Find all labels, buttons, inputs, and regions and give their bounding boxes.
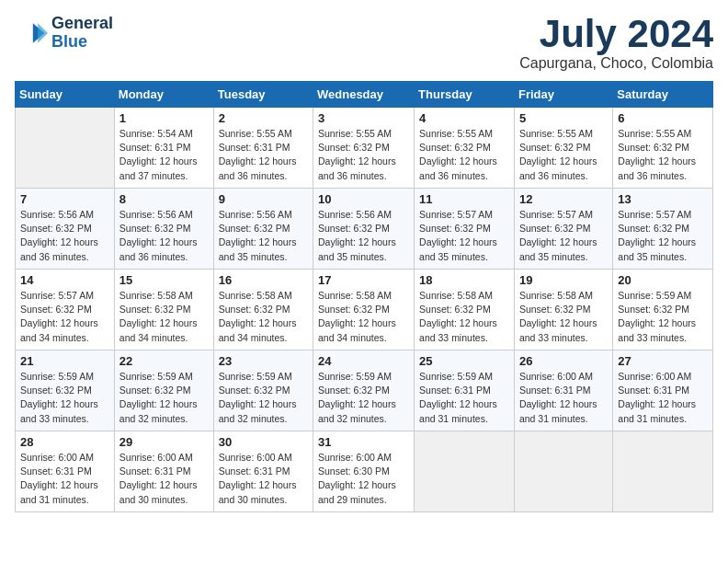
day-info: Sunrise: 5:55 AM Sunset: 6:32 PM Dayligh… (318, 127, 409, 183)
calendar-week-row: 21Sunrise: 5:59 AM Sunset: 6:32 PM Dayli… (16, 350, 713, 431)
calendar-cell: 1Sunrise: 5:54 AM Sunset: 6:31 PM Daylig… (114, 108, 213, 189)
day-info: Sunrise: 6:00 AM Sunset: 6:31 PM Dayligh… (519, 370, 608, 426)
calendar-cell: 16Sunrise: 5:58 AM Sunset: 6:32 PM Dayli… (213, 270, 313, 350)
day-number: 24 (318, 354, 409, 368)
calendar-week-row: 14Sunrise: 5:57 AM Sunset: 6:32 PM Dayli… (16, 270, 713, 350)
calendar-cell: 27Sunrise: 6:00 AM Sunset: 6:31 PM Dayli… (613, 350, 713, 431)
day-of-week-header: Saturday (613, 82, 713, 108)
day-info: Sunrise: 6:00 AM Sunset: 6:30 PM Dayligh… (318, 451, 409, 507)
day-info: Sunrise: 6:00 AM Sunset: 6:31 PM Dayligh… (618, 370, 708, 426)
day-number: 27 (618, 354, 708, 368)
calendar-cell: 12Sunrise: 5:57 AM Sunset: 6:32 PM Dayli… (514, 189, 612, 270)
calendar-cell (415, 431, 515, 512)
day-number: 25 (419, 354, 509, 368)
day-info: Sunrise: 5:59 AM Sunset: 6:32 PM Dayligh… (618, 289, 708, 345)
day-info: Sunrise: 6:00 AM Sunset: 6:31 PM Dayligh… (219, 451, 308, 507)
day-number: 31 (318, 435, 409, 449)
day-number: 20 (618, 273, 708, 287)
calendar-cell: 15Sunrise: 5:58 AM Sunset: 6:32 PM Dayli… (114, 270, 213, 350)
calendar-week-row: 1Sunrise: 5:54 AM Sunset: 6:31 PM Daylig… (16, 108, 713, 189)
day-number: 2 (219, 111, 308, 125)
calendar-cell: 2Sunrise: 5:55 AM Sunset: 6:31 PM Daylig… (213, 108, 313, 189)
day-info: Sunrise: 5:58 AM Sunset: 6:32 PM Dayligh… (219, 289, 308, 345)
day-number: 14 (20, 273, 109, 287)
calendar-cell: 17Sunrise: 5:58 AM Sunset: 6:32 PM Dayli… (313, 270, 415, 350)
calendar-cell: 31Sunrise: 6:00 AM Sunset: 6:30 PM Dayli… (313, 431, 415, 512)
calendar-cell: 4Sunrise: 5:55 AM Sunset: 6:32 PM Daylig… (415, 108, 515, 189)
calendar-week-row: 7Sunrise: 5:56 AM Sunset: 6:32 PM Daylig… (16, 189, 713, 270)
day-info: Sunrise: 5:56 AM Sunset: 6:32 PM Dayligh… (20, 208, 109, 264)
day-of-week-header: Thursday (415, 82, 515, 108)
day-number: 3 (318, 111, 409, 125)
calendar-cell: 22Sunrise: 5:59 AM Sunset: 6:32 PM Dayli… (114, 350, 213, 431)
calendar-cell: 3Sunrise: 5:55 AM Sunset: 6:32 PM Daylig… (313, 108, 415, 189)
day-number: 6 (618, 111, 708, 125)
calendar-cell: 18Sunrise: 5:58 AM Sunset: 6:32 PM Dayli… (415, 270, 515, 350)
calendar-cell (16, 108, 115, 189)
calendar-cell (613, 431, 713, 512)
day-info: Sunrise: 5:59 AM Sunset: 6:32 PM Dayligh… (20, 370, 109, 426)
calendar-cell: 5Sunrise: 5:55 AM Sunset: 6:32 PM Daylig… (514, 108, 612, 189)
calendar-cell: 13Sunrise: 5:57 AM Sunset: 6:32 PM Dayli… (613, 189, 713, 270)
day-number: 21 (20, 354, 109, 368)
day-info: Sunrise: 5:57 AM Sunset: 6:32 PM Dayligh… (519, 208, 608, 264)
calendar-cell: 8Sunrise: 5:56 AM Sunset: 6:32 PM Daylig… (114, 189, 213, 270)
calendar-cell: 28Sunrise: 6:00 AM Sunset: 6:31 PM Dayli… (16, 431, 115, 512)
calendar-cell: 10Sunrise: 5:56 AM Sunset: 6:32 PM Dayli… (313, 189, 415, 270)
day-number: 26 (519, 354, 608, 368)
day-info: Sunrise: 5:58 AM Sunset: 6:32 PM Dayligh… (318, 289, 409, 345)
day-info: Sunrise: 5:57 AM Sunset: 6:32 PM Dayligh… (618, 208, 708, 264)
day-number: 1 (119, 111, 209, 125)
day-number: 30 (219, 435, 308, 449)
day-info: Sunrise: 5:58 AM Sunset: 6:32 PM Dayligh… (419, 289, 509, 345)
day-number: 23 (219, 354, 308, 368)
day-number: 22 (119, 354, 209, 368)
calendar-cell: 30Sunrise: 6:00 AM Sunset: 6:31 PM Dayli… (213, 431, 313, 512)
calendar-week-row: 28Sunrise: 6:00 AM Sunset: 6:31 PM Dayli… (16, 431, 713, 512)
day-info: Sunrise: 5:54 AM Sunset: 6:31 PM Dayligh… (119, 127, 209, 183)
day-of-week-header: Friday (514, 82, 612, 108)
day-info: Sunrise: 5:58 AM Sunset: 6:32 PM Dayligh… (519, 289, 608, 345)
svg-marker-1 (38, 23, 48, 43)
calendar-cell: 29Sunrise: 6:00 AM Sunset: 6:31 PM Dayli… (114, 431, 213, 512)
day-of-week-header: Monday (114, 82, 213, 108)
calendar-cell: 7Sunrise: 5:56 AM Sunset: 6:32 PM Daylig… (16, 189, 115, 270)
day-info: Sunrise: 5:55 AM Sunset: 6:31 PM Dayligh… (219, 127, 308, 183)
day-info: Sunrise: 5:57 AM Sunset: 6:32 PM Dayligh… (20, 289, 109, 345)
day-number: 7 (20, 192, 109, 206)
day-number: 29 (119, 435, 209, 449)
day-info: Sunrise: 5:55 AM Sunset: 6:32 PM Dayligh… (419, 127, 509, 183)
logo-icon (15, 17, 48, 50)
day-of-week-header: Wednesday (313, 82, 415, 108)
calendar-cell: 24Sunrise: 5:59 AM Sunset: 6:32 PM Dayli… (313, 350, 415, 431)
day-info: Sunrise: 5:59 AM Sunset: 6:32 PM Dayligh… (318, 370, 409, 426)
day-number: 16 (219, 273, 308, 287)
day-number: 13 (618, 192, 708, 206)
calendar-body: 1Sunrise: 5:54 AM Sunset: 6:31 PM Daylig… (16, 108, 713, 512)
day-of-week-header: Sunday (16, 82, 115, 108)
month-title: July 2024 (519, 15, 713, 53)
calendar-table: SundayMondayTuesdayWednesdayThursdayFrid… (15, 81, 713, 512)
calendar-cell: 19Sunrise: 5:58 AM Sunset: 6:32 PM Dayli… (514, 270, 612, 350)
logo-text-general: General Blue (51, 15, 113, 52)
day-info: Sunrise: 5:56 AM Sunset: 6:32 PM Dayligh… (219, 208, 308, 264)
day-number: 10 (318, 192, 409, 206)
day-number: 9 (219, 192, 308, 206)
calendar-cell: 23Sunrise: 5:59 AM Sunset: 6:32 PM Dayli… (213, 350, 313, 431)
day-of-week-header: Tuesday (213, 82, 313, 108)
day-info: Sunrise: 5:55 AM Sunset: 6:32 PM Dayligh… (519, 127, 608, 183)
day-number: 11 (419, 192, 509, 206)
calendar-cell: 20Sunrise: 5:59 AM Sunset: 6:32 PM Dayli… (613, 270, 713, 350)
day-number: 12 (519, 192, 608, 206)
calendar-cell: 11Sunrise: 5:57 AM Sunset: 6:32 PM Dayli… (415, 189, 515, 270)
day-number: 4 (419, 111, 509, 125)
day-number: 8 (119, 192, 209, 206)
logo: General Blue (15, 15, 113, 52)
day-number: 19 (519, 273, 608, 287)
days-of-week-row: SundayMondayTuesdayWednesdayThursdayFrid… (16, 82, 713, 108)
day-number: 28 (20, 435, 109, 449)
day-number: 18 (419, 273, 509, 287)
day-info: Sunrise: 5:56 AM Sunset: 6:32 PM Dayligh… (119, 208, 209, 264)
day-info: Sunrise: 5:59 AM Sunset: 6:32 PM Dayligh… (119, 370, 209, 426)
day-info: Sunrise: 5:57 AM Sunset: 6:32 PM Dayligh… (419, 208, 509, 264)
